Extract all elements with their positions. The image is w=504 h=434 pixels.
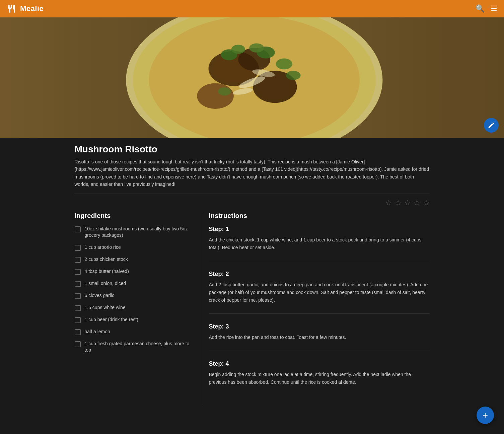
- star-rating: ☆ ☆ ☆ ☆ ☆: [75, 194, 430, 212]
- ingredient-item-3: 2 cups chicken stock: [75, 256, 192, 263]
- edit-button[interactable]: [484, 118, 499, 133]
- fab-add-icon: +: [483, 410, 488, 421]
- ingredient-item-7: 1.5 cups white wine: [75, 304, 192, 311]
- ingredient-text-7: 1.5 cups white wine: [85, 304, 126, 311]
- star-3[interactable]: ☆: [404, 199, 411, 207]
- ingredient-text-4: 4 tbsp butter (halved): [85, 268, 129, 275]
- ingredient-item-10: 1 cup fresh grated parmesan cheese, plus…: [75, 341, 192, 354]
- step-4-title: Step: 4: [209, 360, 430, 367]
- fork-knife-icon: [7, 4, 16, 13]
- search-icon[interactable]: 🔍: [476, 4, 485, 13]
- step-4-text: Begin adding the stock mixture one ladle…: [209, 371, 430, 386]
- ingredient-checkbox-4[interactable]: [75, 269, 81, 275]
- menu-icon[interactable]: ☰: [491, 4, 497, 13]
- navbar: Mealie 🔍 ☰: [0, 0, 504, 17]
- ingredient-text-2: 1 cup arborio rice: [85, 244, 121, 251]
- step-3-title: Step: 3: [209, 323, 430, 330]
- navbar-brand: Mealie: [20, 4, 44, 13]
- step-3-text: Add the rice into the pan and toss to co…: [209, 334, 430, 341]
- recipe-container: Mushroom Risotto Risotto is one of those…: [68, 138, 436, 418]
- fab-add-button[interactable]: +: [477, 407, 494, 424]
- star-2[interactable]: ☆: [395, 199, 402, 207]
- star-4[interactable]: ☆: [414, 199, 420, 207]
- step-1-title: Step: 1: [209, 226, 430, 233]
- ingredients-column: Ingredients 10oz shitake mushrooms (we u…: [75, 212, 202, 405]
- step-2-title: Step: 2: [209, 271, 430, 278]
- ingredient-item-6: 6 cloves garlic: [75, 292, 192, 299]
- ingredient-checkbox-5[interactable]: [75, 281, 81, 287]
- ingredient-checkbox-1[interactable]: [75, 226, 81, 232]
- instructions-title: Instructions: [209, 212, 430, 220]
- recipe-description: Risotto is one of those recipes that sou…: [75, 158, 430, 194]
- ingredient-item-9: half a lemon: [75, 329, 192, 335]
- two-col-layout: Ingredients 10oz shitake mushrooms (we u…: [75, 212, 430, 419]
- ingredient-text-9: half a lemon: [85, 329, 110, 335]
- step-1-text: Add the chicken stock, 1 cup white wine,…: [209, 236, 430, 251]
- ingredient-item-2: 1 cup arborio rice: [75, 244, 192, 251]
- mushroom-overlay: [155, 21, 349, 135]
- step-1: Step: 1 Add the chicken stock, 1 cup whi…: [209, 226, 430, 261]
- ingredient-item-8: 1 cup beer (drink the rest): [75, 316, 192, 323]
- ingredient-text-8: 1 cup beer (drink the rest): [85, 316, 138, 323]
- step-4: Step: 4 Begin adding the stock mixture o…: [209, 360, 430, 395]
- star-5[interactable]: ☆: [423, 199, 430, 207]
- star-1[interactable]: ☆: [385, 199, 392, 207]
- navbar-right: 🔍 ☰: [476, 4, 497, 13]
- ingredient-text-10: 1 cup fresh grated parmesan cheese, plus…: [85, 341, 192, 354]
- ingredient-item-4: 4 tbsp butter (halved): [75, 268, 192, 275]
- ingredient-text-3: 2 cups chicken stock: [85, 256, 128, 263]
- step-3: Step: 3 Add the rice into the pan and to…: [209, 323, 430, 351]
- ingredient-checkbox-3[interactable]: [75, 257, 81, 263]
- ingredients-title: Ingredients: [75, 212, 192, 220]
- recipe-hero-image: [0, 17, 504, 138]
- ingredient-checkbox-2[interactable]: [75, 245, 81, 251]
- ingredient-text-5: 1 small onion, diced: [85, 280, 126, 287]
- hero-plate: [155, 21, 349, 135]
- ingredient-checkbox-8[interactable]: [75, 317, 81, 323]
- ingredient-checkbox-10[interactable]: [75, 341, 81, 347]
- ingredient-item-1: 10oz shitake mushrooms (we usually buy t…: [75, 226, 192, 239]
- ingredient-checkbox-7[interactable]: [75, 305, 81, 311]
- instructions-column: Instructions Step: 1 Add the chicken sto…: [202, 212, 430, 405]
- ingredient-item-5: 1 small onion, diced: [75, 280, 192, 287]
- ingredient-text-6: 6 cloves garlic: [85, 292, 115, 299]
- recipe-title: Mushroom Risotto: [75, 144, 157, 155]
- green-herb: [194, 32, 310, 66]
- edit-icon: [488, 122, 495, 129]
- ingredient-text-1: 10oz shitake mushrooms (we usually buy t…: [85, 226, 192, 239]
- ingredient-checkbox-6[interactable]: [75, 293, 81, 299]
- step-2: Step: 2 Add 2 tbsp butter, garlic, and o…: [209, 271, 430, 314]
- navbar-left: Mealie: [7, 4, 44, 13]
- ingredient-checkbox-9[interactable]: [75, 329, 81, 335]
- recipe-title-row: Mushroom Risotto: [75, 138, 430, 158]
- step-2-text: Add 2 tbsp butter, garlic, and onions to…: [209, 281, 430, 304]
